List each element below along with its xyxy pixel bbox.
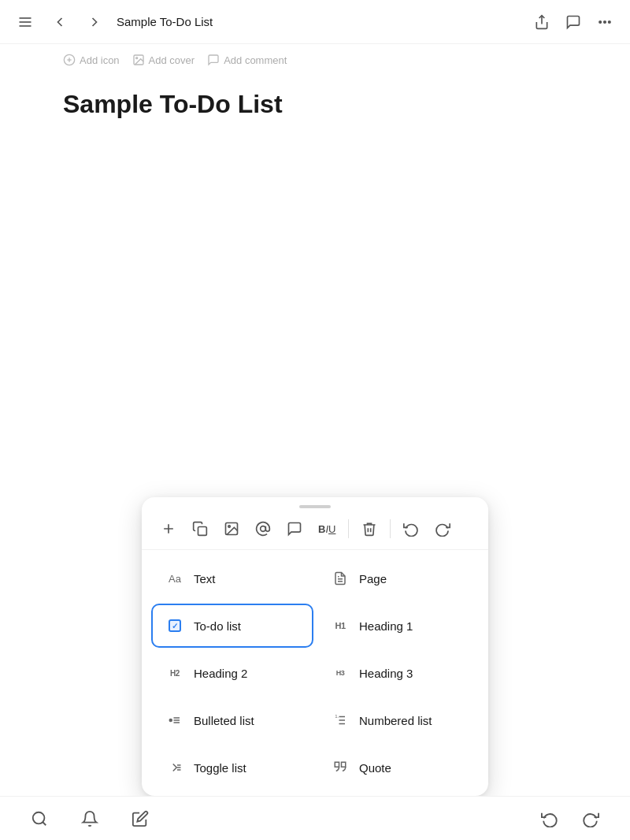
image-button[interactable] xyxy=(217,515,246,543)
block-label-text: Text xyxy=(194,572,216,585)
block-label-todo: To-do list xyxy=(194,619,241,633)
block-item-todo[interactable]: ✓ To-do list xyxy=(151,604,313,648)
block-item-text[interactable]: Aa Text xyxy=(151,556,313,600)
back-button[interactable] xyxy=(47,9,72,35)
block-label-toggle: Toggle list xyxy=(194,761,246,775)
page-icon xyxy=(329,567,351,589)
redo-nav-button[interactable] xyxy=(576,805,605,833)
block-label-bulleted: Bulleted list xyxy=(194,714,254,727)
add-cover-label: Add cover xyxy=(149,54,195,66)
add-cover-action[interactable]: Add cover xyxy=(132,54,195,66)
undo-toolbar-button[interactable] xyxy=(397,515,425,543)
block-label-heading2: Heading 2 xyxy=(194,667,247,680)
block-item-heading2[interactable]: H2 Heading 2 xyxy=(151,651,313,695)
add-comment-label: Add comment xyxy=(224,54,287,66)
block-item-quote[interactable]: Quote xyxy=(317,745,479,790)
block-item-page[interactable]: Page xyxy=(317,556,479,600)
drag-handle xyxy=(142,497,488,511)
drag-bar xyxy=(299,505,331,508)
svg-point-31 xyxy=(33,812,45,823)
page-title-nav: Sample To-Do List xyxy=(117,15,529,28)
nav-left: Sample To-Do List xyxy=(13,9,529,35)
block-label-page: Page xyxy=(359,572,387,585)
svg-point-17 xyxy=(261,526,266,532)
bottom-nav-right xyxy=(536,805,605,833)
undo-nav-button[interactable] xyxy=(536,805,564,833)
svg-point-11 xyxy=(135,58,137,59)
toolbar-divider xyxy=(348,519,349,538)
edit-nav-button[interactable] xyxy=(126,805,154,833)
add-cover-icon xyxy=(132,54,145,66)
block-label-heading1: Heading 1 xyxy=(359,619,413,633)
bottom-nav-left xyxy=(25,805,154,833)
duplicate-button[interactable] xyxy=(186,515,214,543)
block-item-heading3[interactable]: H3 Heading 3 xyxy=(317,651,479,695)
block-picker-panel: BIU Aa xyxy=(142,497,488,796)
page-meta: Add icon Add cover Add comment xyxy=(0,44,630,76)
svg-rect-14 xyxy=(198,527,207,536)
menu-button[interactable] xyxy=(13,9,38,35)
forward-button[interactable] xyxy=(82,9,107,35)
add-block-button[interactable] xyxy=(154,515,183,543)
add-comment-icon xyxy=(207,54,220,66)
page-content: Sample To-Do List xyxy=(0,76,630,298)
svg-point-4 xyxy=(599,20,602,23)
svg-point-20 xyxy=(169,719,172,722)
block-item-bulleted[interactable]: Bulleted list xyxy=(151,698,313,742)
top-nav: Sample To-Do List xyxy=(0,0,630,44)
block-label-numbered: Numbered list xyxy=(359,714,432,727)
toggle-icon xyxy=(164,756,186,779)
share-button[interactable] xyxy=(529,9,554,35)
block-label-quote: Quote xyxy=(359,761,391,775)
mention-button[interactable] xyxy=(249,515,277,543)
block-item-toggle[interactable]: Toggle list xyxy=(151,745,313,790)
toolbar-row: BIU xyxy=(142,511,488,550)
bulleted-icon xyxy=(164,709,186,731)
add-icon-label: Add icon xyxy=(80,54,120,66)
svg-text:1.: 1. xyxy=(335,714,339,719)
svg-point-5 xyxy=(604,20,606,23)
heading1-icon: H1 xyxy=(329,615,351,637)
block-grid: Aa Text Page ✓ T xyxy=(142,550,488,796)
page-title: Sample To-Do List xyxy=(63,88,567,121)
add-icon-action[interactable]: Add icon xyxy=(63,54,120,66)
block-item-numbered[interactable]: 1. Numbered list xyxy=(317,698,479,742)
add-comment-action[interactable]: Add comment xyxy=(207,54,287,66)
comment-inline-button[interactable] xyxy=(280,515,309,543)
svg-line-32 xyxy=(43,822,46,825)
nav-right xyxy=(529,9,617,35)
heading3-icon: H3 xyxy=(329,662,351,684)
delete-button[interactable] xyxy=(355,515,384,543)
text-icon: Aa xyxy=(164,567,186,589)
block-item-heading1[interactable]: H1 Heading 1 xyxy=(317,604,479,648)
format-biu-button[interactable]: BIU xyxy=(312,515,342,543)
numbered-icon: 1. xyxy=(329,709,351,731)
block-label-heading3: Heading 3 xyxy=(359,667,413,680)
add-icon-icon xyxy=(63,54,76,66)
bell-nav-button[interactable] xyxy=(76,805,104,833)
bottom-nav xyxy=(0,796,630,840)
comment-button[interactable] xyxy=(561,9,586,35)
search-nav-button[interactable] xyxy=(25,805,54,833)
redo-toolbar-button[interactable] xyxy=(428,515,457,543)
todo-icon: ✓ xyxy=(164,615,186,637)
more-button[interactable] xyxy=(592,9,617,35)
heading2-icon: H2 xyxy=(164,662,186,684)
svg-point-6 xyxy=(609,20,611,23)
svg-point-16 xyxy=(228,526,231,528)
quote-icon xyxy=(329,756,351,779)
toolbar-divider-2 xyxy=(390,519,391,538)
